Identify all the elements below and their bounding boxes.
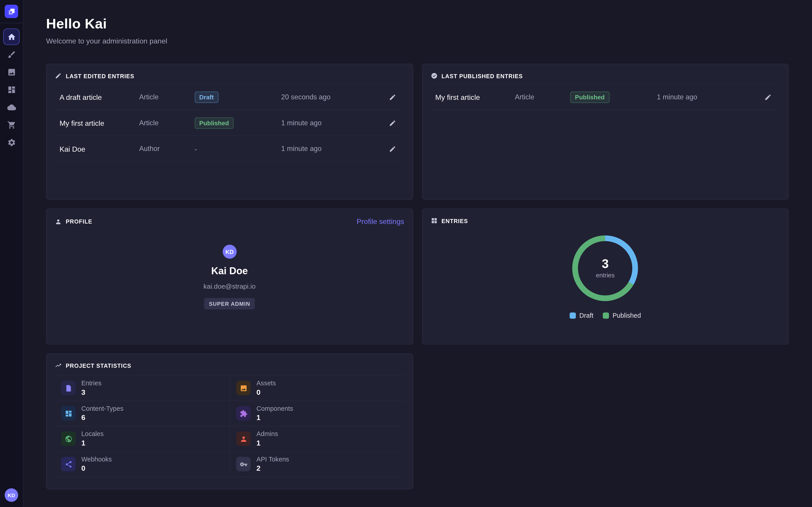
edit-entry-button[interactable] (385, 116, 400, 130)
widget-title: PROFILE (66, 218, 92, 225)
entries-count: 3 (602, 258, 609, 270)
stat-item-admins: Admins 1 (230, 426, 404, 452)
draft-swatch (569, 313, 576, 319)
strapi-logo[interactable] (5, 5, 18, 18)
stat-item-api-tokens: API Tokens 2 (230, 452, 404, 477)
layout-icon (61, 406, 75, 420)
edit-entry-button[interactable] (385, 90, 400, 104)
profile-body: KD Kai Doe kai.doe@strapi.io SUPER ADMIN (55, 226, 404, 309)
person-icon (236, 432, 251, 446)
widget-project-statistics: PROJECT STATISTICS Entries 3 (46, 353, 413, 490)
puzzle-icon (236, 406, 251, 420)
profile-role-badge: SUPER ADMIN (204, 298, 255, 309)
statistics-table: Entries 3 Assets 0 (55, 375, 404, 477)
stat-text: Webhooks 0 (81, 456, 112, 472)
published-swatch (603, 313, 609, 319)
widget-title-group: LAST PUBLISHED ENTRIES (430, 72, 523, 79)
widget-title: PROJECT STATISTICS (66, 362, 132, 369)
sidebar-item-settings[interactable] (3, 134, 19, 151)
profile-email: kai.doe@strapi.io (203, 283, 256, 290)
user-icon (55, 218, 62, 225)
layout-icon (7, 85, 16, 94)
sidebar-user-avatar[interactable]: KD (5, 488, 18, 502)
stat-value: 1 (256, 413, 293, 421)
cart-icon (7, 120, 16, 129)
entry-title: A draft article (59, 93, 139, 101)
entry-row[interactable]: A draft article Article Draft 20 seconds… (55, 84, 404, 110)
donut-center: 3 entries (578, 241, 632, 295)
stat-value: 1 (81, 439, 104, 447)
stat-value: 6 (81, 413, 123, 421)
stat-text: API Tokens 2 (256, 456, 289, 472)
gear-icon (7, 138, 16, 147)
sidebar: KD (0, 0, 23, 507)
legend-label: Published (613, 312, 641, 319)
sidebar-item-content-type-builder[interactable] (3, 81, 19, 98)
status-badge: Published (195, 117, 234, 129)
widget-title-group: LAST EDITED ENTRIES (55, 72, 134, 79)
widget-header: ENTRIES (430, 217, 780, 224)
image-icon (7, 68, 16, 76)
entry-status-cell: Draft (195, 91, 281, 103)
grid-icon (430, 217, 437, 224)
page-title: Hello Kai (46, 16, 789, 32)
sidebar-item-media-library[interactable] (3, 64, 19, 80)
entry-row[interactable]: My first article Article Published 1 min… (55, 110, 404, 136)
profile-settings-link[interactable]: Profile settings (357, 217, 404, 226)
entry-updated: 1 minute ago (281, 119, 385, 127)
status-badge: - (195, 145, 197, 153)
stat-label: Assets (256, 380, 276, 387)
widgets-grid: LAST EDITED ENTRIES A draft article Arti… (46, 64, 789, 490)
cloud-icon (7, 103, 16, 112)
widget-title: LAST EDITED ENTRIES (66, 73, 135, 79)
app-root: KD Hello Kai Welcome to your administrat… (0, 0, 812, 507)
brush-icon (7, 50, 16, 59)
widget-profile: PROFILE Profile settings KD Kai Doe kai.… (46, 209, 413, 344)
pencil-icon (55, 72, 62, 79)
strapi-logo-icon (7, 7, 15, 15)
entry-kind: Article (515, 93, 570, 101)
widget-title-group: ENTRIES (430, 217, 468, 224)
main-content: Hello Kai Welcome to your administration… (23, 0, 812, 507)
widget-last-edited-entries: LAST EDITED ENTRIES A draft article Arti… (46, 64, 413, 200)
sidebar-item-home[interactable] (3, 29, 19, 45)
entries-table: A draft article Article Draft 20 seconds… (55, 84, 404, 162)
entry-row[interactable]: Kai Doe Author - 1 minute ago (55, 136, 404, 162)
logo-container (0, 0, 23, 23)
entries-chart-body: 3 entries Draft Published (430, 224, 780, 319)
legend-label: Draft (579, 312, 594, 319)
sidebar-item-content-manager[interactable] (3, 46, 19, 62)
stat-value: 3 (81, 388, 101, 396)
entry-row[interactable]: My first article Article Published 1 min… (430, 84, 780, 110)
stat-text: Content-Types 6 (81, 405, 123, 421)
entry-kind: Author (139, 145, 195, 153)
entry-updated: 20 seconds ago (281, 93, 385, 101)
stat-item-webhooks: Webhooks 0 (55, 452, 230, 477)
entry-kind: Article (139, 119, 195, 127)
stat-value: 2 (256, 464, 289, 472)
widget-title: LAST PUBLISHED ENTRIES (442, 73, 523, 79)
edit-entry-button[interactable] (385, 142, 400, 156)
stat-text: Admins 1 (256, 431, 278, 447)
stat-label: Webhooks (81, 456, 112, 463)
stat-label: Components (256, 405, 293, 412)
stat-label: API Tokens (256, 456, 289, 463)
edit-entry-button[interactable] (761, 90, 775, 104)
sidebar-item-deploy[interactable] (3, 99, 19, 115)
stat-value: 0 (81, 464, 112, 472)
entry-kind: Article (139, 93, 195, 101)
status-badge: Published (570, 91, 609, 103)
stat-value: 0 (256, 388, 276, 396)
entries-unit: entries (596, 272, 615, 279)
check-circle-icon (430, 72, 437, 79)
stat-text: Assets 0 (256, 380, 276, 396)
widget-entries: ENTRIES 3 entries Draft (422, 209, 789, 344)
entry-updated: 1 minute ago (281, 145, 385, 153)
stat-label: Locales (81, 431, 104, 438)
entry-title: My first article (435, 93, 515, 101)
stat-label: Admins (256, 431, 278, 438)
sidebar-item-marketplace[interactable] (3, 116, 19, 133)
stat-label: Entries (81, 380, 101, 387)
entry-title: My first article (59, 119, 139, 127)
widget-header: LAST PUBLISHED ENTRIES (430, 72, 780, 79)
